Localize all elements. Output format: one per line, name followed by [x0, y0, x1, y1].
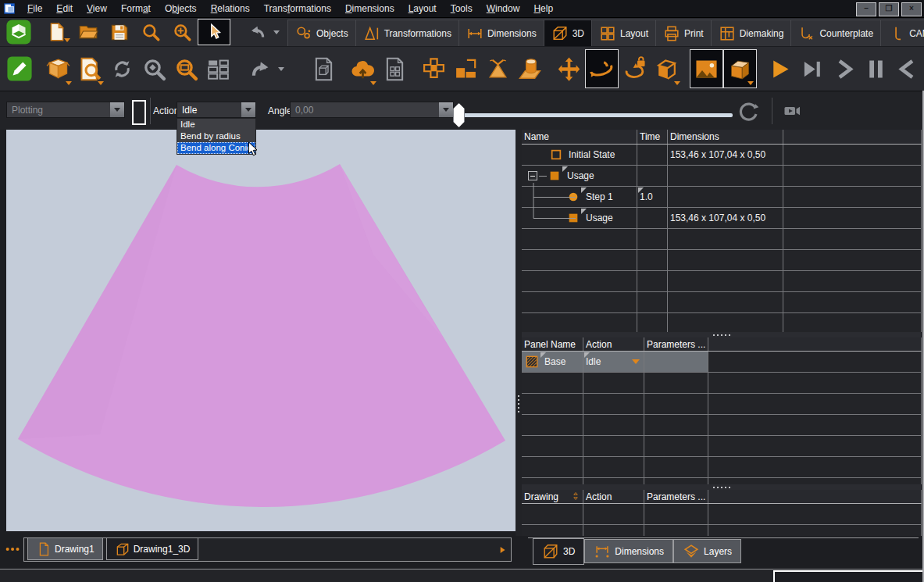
column-header-dimensions[interactable]: Dimensions: [668, 130, 783, 144]
view-tab-dimensions[interactable]: Dimensions: [584, 539, 673, 563]
pause-button[interactable]: [860, 50, 892, 87]
menu-dimensions[interactable]: Dimensions: [338, 2, 401, 16]
ribbon-tab-objects[interactable]: Objects: [288, 20, 356, 46]
pen-preview[interactable]: [132, 100, 146, 125]
empty-table-row[interactable]: [522, 504, 922, 525]
column-header-panel-name[interactable]: Panel Name: [522, 337, 583, 351]
close-button[interactable]: ×: [901, 2, 922, 16]
layout-grid-button[interactable]: [202, 50, 234, 87]
action-combobox[interactable]: Idle: [177, 102, 256, 118]
dropdown-side-arrow-icon[interactable]: [278, 67, 284, 71]
empty-table-row[interactable]: [522, 415, 922, 436]
angle-combobox[interactable]: 0,00: [290, 102, 454, 118]
zoom-pan-button[interactable]: [166, 20, 198, 45]
angle-slider-track[interactable]: [459, 113, 733, 117]
document-grid-button[interactable]: [379, 50, 411, 87]
view-tab-3d[interactable]: 3D: [533, 538, 584, 565]
unfold-box-button[interactable]: [418, 50, 450, 87]
empty-table-row[interactable]: [522, 394, 922, 415]
menu-format[interactable]: Format: [114, 2, 158, 16]
cube-edges-button[interactable]: [651, 50, 683, 87]
sync-button[interactable]: [733, 96, 764, 126]
ribbon-tab-layout[interactable]: Layout: [592, 20, 656, 46]
document-zoom-button[interactable]: [74, 50, 106, 87]
record-video-button[interactable]: [779, 100, 805, 122]
play-button[interactable]: [764, 50, 796, 87]
dropdown-side-arrow-icon[interactable]: [273, 30, 280, 34]
render-image-button[interactable]: [690, 49, 723, 88]
rotate-lock-button[interactable]: [619, 50, 651, 87]
document-tab-drawing1_3d[interactable]: Drawing1_3D: [106, 538, 199, 560]
dropdown-corner-arrow-icon[interactable]: [66, 81, 72, 85]
menu-window[interactable]: Window: [480, 2, 527, 16]
move-button[interactable]: [553, 50, 585, 87]
empty-table-row[interactable]: [522, 478, 922, 484]
rotate-3d-button[interactable]: [585, 49, 619, 88]
empty-table-row[interactable]: [522, 313, 922, 332]
fold-steps-button[interactable]: [450, 50, 482, 87]
panel-action-cell[interactable]: Idle: [583, 352, 644, 372]
history-row-initial-state[interactable]: Initial State153,46 x 107,04 x 0,50: [522, 145, 922, 166]
redo-button[interactable]: [245, 50, 277, 87]
column-header-blank[interactable]: [708, 337, 922, 351]
column-header-time[interactable]: Time: [637, 130, 668, 144]
sort-icon[interactable]: [571, 491, 580, 502]
empty-table-row[interactable]: [522, 373, 922, 394]
plotting-combobox[interactable]: Plotting: [6, 102, 125, 118]
dropdown-corner-arrow-icon[interactable]: [98, 81, 104, 85]
panel-splitter-1[interactable]: [522, 332, 922, 337]
ribbon-tab-diemaking[interactable]: Diemaking: [712, 20, 792, 46]
column-header-action[interactable]: Action: [583, 490, 644, 503]
edit-logo-button[interactable]: [3, 50, 35, 87]
empty-table-row[interactable]: [522, 457, 922, 478]
new-document-button[interactable]: [41, 20, 73, 45]
column-header-name[interactable]: Name: [522, 130, 637, 144]
menu-edit[interactable]: Edit: [49, 2, 80, 16]
column-header-parameters-[interactable]: Parameters ...: [644, 490, 708, 503]
empty-table-row[interactable]: [522, 436, 922, 457]
menu-transformations[interactable]: Transformations: [257, 2, 338, 16]
menu-file[interactable]: File: [20, 2, 49, 16]
open-folder-button[interactable]: [73, 20, 104, 45]
step-back-button[interactable]: [892, 50, 924, 87]
panel-row-base[interactable]: BaseIdle: [522, 352, 922, 373]
panel-splitter-2[interactable]: [522, 484, 922, 490]
action-cell-dropdown-icon[interactable]: [632, 359, 640, 364]
ribbon-tab-counterplate[interactable]: Counterplate: [791, 20, 881, 46]
pyramid-unfold-button[interactable]: [482, 50, 514, 87]
menu-objects[interactable]: Objects: [158, 2, 204, 16]
action-dropdown-button[interactable]: [241, 102, 255, 117]
view-tab-layers[interactable]: Layers: [673, 539, 741, 563]
render-solid-button[interactable]: [723, 49, 757, 88]
dropdown-corner-arrow-icon[interactable]: [64, 38, 70, 42]
history-row-usage[interactable]: Usage153,46 x 107,04 x 0,50: [522, 208, 922, 229]
empty-table-row[interactable]: [522, 229, 922, 250]
document-tab-drawing1[interactable]: Drawing1: [27, 538, 103, 560]
box-open-button[interactable]: [42, 50, 74, 87]
ribbon-tab-print[interactable]: Print: [656, 20, 712, 46]
minimize-button[interactable]: –: [856, 2, 876, 16]
dropdown-item-bend-along-conic[interactable]: Bend along Conic: [177, 142, 255, 154]
column-header-parameters-[interactable]: Parameters ...: [644, 337, 708, 351]
restore-button[interactable]: ❐: [879, 2, 899, 16]
skip-end-button[interactable]: [796, 50, 828, 87]
dropdown-corner-arrow-icon[interactable]: [747, 81, 754, 85]
angle-dropdown-button[interactable]: [439, 102, 453, 117]
undo-button[interactable]: [241, 20, 273, 45]
document-cube-button[interactable]: [308, 50, 340, 87]
plotting-dropdown-button[interactable]: [110, 102, 124, 117]
vertical-splitter[interactable]: [516, 130, 522, 536]
menu-view[interactable]: View: [80, 2, 114, 16]
menu-relations[interactable]: Relations: [204, 2, 257, 16]
angle-slider-handle[interactable]: [453, 103, 465, 127]
step-forward-button[interactable]: [828, 50, 860, 87]
history-row-step-1[interactable]: Step 11.0: [522, 187, 922, 208]
zoom-rect-button[interactable]: [170, 50, 202, 87]
history-row-usage[interactable]: Usage: [522, 166, 922, 187]
refresh-button[interactable]: [106, 50, 138, 87]
zoom-button[interactable]: [135, 20, 166, 45]
column-header-drawing[interactable]: Drawing: [522, 490, 583, 503]
select-cursor-button[interactable]: [198, 19, 230, 45]
empty-table-row[interactable]: [522, 525, 922, 536]
empty-table-row[interactable]: [522, 250, 922, 271]
